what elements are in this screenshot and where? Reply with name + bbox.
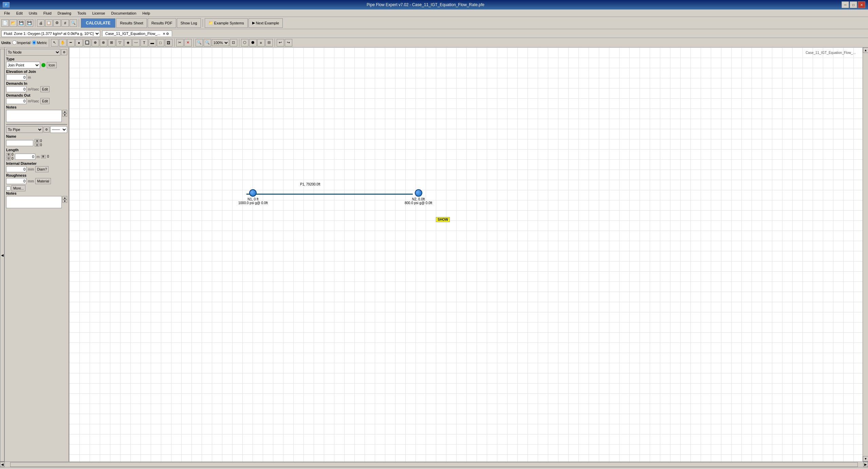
h-scroll-left[interactable]: ◀ bbox=[0, 462, 5, 467]
minimize-button[interactable]: ─ bbox=[842, 1, 849, 8]
new-button[interactable]: 📄 bbox=[1, 19, 9, 27]
collapse-panel-button[interactable]: ◀ bbox=[0, 49, 4, 462]
menu-units[interactable]: Units bbox=[26, 11, 40, 16]
menu-fluid[interactable]: Fluid bbox=[41, 11, 54, 16]
open-button[interactable]: 📂 bbox=[10, 19, 17, 27]
node-tool[interactable]: ● bbox=[75, 39, 83, 46]
menu-tools[interactable]: Tools bbox=[75, 11, 89, 16]
menu-help[interactable]: Help bbox=[140, 11, 153, 16]
menu-documentation[interactable]: Documentation bbox=[109, 11, 139, 16]
save-as-button[interactable]: 💾 bbox=[26, 19, 33, 27]
redo-btn[interactable]: ↪ bbox=[285, 39, 292, 46]
delete-tool[interactable]: ✕ bbox=[184, 39, 192, 46]
notes2-textarea[interactable] bbox=[6, 196, 62, 208]
image-tool[interactable]: 🖼 bbox=[165, 39, 172, 46]
roughness-input[interactable] bbox=[6, 178, 26, 184]
diam-button[interactable]: Diam? bbox=[35, 166, 49, 172]
notes2-scroll-up[interactable]: ▲ bbox=[62, 196, 67, 199]
save-button[interactable]: 💾 bbox=[18, 19, 25, 27]
type-select[interactable]: Join Point bbox=[6, 62, 40, 69]
to-node-select[interactable]: To Node bbox=[6, 49, 60, 56]
titlebar-controls[interactable]: ─ □ ✕ bbox=[842, 1, 865, 8]
example-systems-button[interactable]: 📁 Example Systems bbox=[205, 18, 248, 28]
pipe-tool[interactable]: ━ bbox=[67, 39, 75, 46]
more-checkbox[interactable] bbox=[6, 186, 11, 191]
to-node-config-btn[interactable]: ⚙ bbox=[61, 49, 67, 55]
demands-in-input[interactable] bbox=[6, 86, 26, 92]
length-spin3[interactable]: ⊠ bbox=[41, 155, 46, 158]
distribute-btn[interactable]: ⊟ bbox=[265, 39, 273, 46]
settings-tab-icon[interactable]: ⚙ bbox=[166, 32, 169, 36]
pan-tool[interactable]: ✋ bbox=[59, 39, 67, 46]
file-tab[interactable]: Case_11_IGT_Equation_Flow_... ✕ ⚙ bbox=[102, 31, 172, 36]
name-spin2[interactable]: ⊟ bbox=[35, 143, 39, 146]
h-scroll-track[interactable] bbox=[10, 462, 858, 467]
to-pipe-select[interactable]: To Pipe bbox=[6, 126, 43, 133]
scroll-down-btn[interactable]: ▼ bbox=[863, 456, 868, 462]
valve-tool[interactable]: ⊗ bbox=[100, 39, 107, 46]
pressure-tool[interactable]: ▽ bbox=[116, 39, 124, 46]
imperial-radio[interactable] bbox=[12, 40, 17, 45]
material-button[interactable]: Material bbox=[35, 178, 51, 184]
elevation-input[interactable] bbox=[6, 74, 26, 80]
h-scroll-right[interactable]: ▶ bbox=[863, 462, 868, 467]
scroll-up-btn[interactable]: ▲ bbox=[863, 47, 868, 53]
pipe-p1[interactable] bbox=[246, 194, 413, 195]
name-spin1[interactable]: ⊞ bbox=[35, 139, 39, 142]
node-n2[interactable]: N2, 0.0ft 800.0 psi g@ 0.0ft bbox=[405, 189, 432, 205]
print-button[interactable]: 🖨 bbox=[37, 19, 44, 27]
results-pdf-button[interactable]: Results PDF bbox=[148, 18, 176, 28]
line-tool[interactable]: ▬ bbox=[149, 39, 156, 46]
length-spin2[interactable]: ⊟ bbox=[6, 157, 11, 160]
select-tool[interactable]: ↖ bbox=[51, 39, 58, 46]
settings-button[interactable]: ⚙ bbox=[53, 19, 61, 27]
to-pipe-config-btn[interactable]: ⚙ bbox=[43, 126, 50, 133]
close-tab-icon[interactable]: ✕ bbox=[163, 32, 165, 36]
menu-edit[interactable]: Edit bbox=[14, 11, 25, 16]
box-tool[interactable]: □ bbox=[157, 39, 164, 46]
tank-tool[interactable]: 🔲 bbox=[84, 39, 91, 46]
text-tool[interactable]: T bbox=[141, 39, 148, 46]
notes2-scroll-down[interactable]: ▼ bbox=[62, 199, 67, 203]
close-button[interactable]: ✕ bbox=[858, 1, 865, 8]
demands-out-edit-btn[interactable]: Edit bbox=[40, 98, 50, 104]
fluid-select[interactable]: Fluid: Zone 1: Oxygen [1.377 kg/m³ at 0.… bbox=[1, 30, 100, 37]
cut-tool[interactable]: ✂ bbox=[176, 39, 184, 46]
next-example-button[interactable]: ▶ Next Example bbox=[248, 18, 283, 28]
zoom-select[interactable]: 100% 75% 50% 150% bbox=[212, 39, 229, 46]
show-badge[interactable]: SHOW bbox=[436, 217, 450, 222]
demands-out-input[interactable] bbox=[6, 98, 26, 104]
heat-tool[interactable]: 〰 bbox=[132, 39, 140, 46]
canvas-area[interactable]: Case_11_IGT_Equation_Flow_... P1, 79200.… bbox=[69, 47, 863, 462]
metric-radio[interactable] bbox=[32, 40, 36, 45]
fit-btn[interactable]: ⊡ bbox=[230, 39, 237, 46]
vertical-scrollbar[interactable]: ▲ ▼ bbox=[863, 47, 868, 462]
scroll-track[interactable] bbox=[863, 53, 868, 456]
zoom-in-btn[interactable]: 🔍 bbox=[196, 39, 203, 46]
zoom-out-btn[interactable]: 🔍 bbox=[204, 39, 211, 46]
length-spin1[interactable]: ⊞ bbox=[6, 153, 11, 156]
maximize-button[interactable]: □ bbox=[850, 1, 857, 8]
notes1-scroll-down[interactable]: ▼ bbox=[62, 113, 67, 117]
node-n1-circle[interactable] bbox=[249, 189, 257, 197]
name-input[interactable] bbox=[6, 140, 33, 146]
notes1-textarea[interactable] bbox=[6, 110, 62, 122]
group-btn[interactable]: ⬡ bbox=[241, 39, 248, 46]
menu-drawing[interactable]: Drawing bbox=[55, 11, 74, 16]
metric-radio-label[interactable]: Metric bbox=[32, 40, 47, 45]
ungroup-btn[interactable]: ⬢ bbox=[249, 39, 257, 46]
demand-tool[interactable]: ◈ bbox=[124, 39, 132, 46]
horizontal-scrollbar[interactable]: ◀ ▶ bbox=[0, 462, 868, 467]
pump-tool[interactable]: ⊕ bbox=[92, 39, 99, 46]
calculate-button[interactable]: CALCULATE bbox=[81, 18, 115, 28]
demands-in-edit-btn[interactable]: Edit bbox=[40, 86, 50, 92]
menu-license[interactable]: License bbox=[90, 11, 108, 16]
pipe-style-select[interactable]: ─── bbox=[50, 126, 67, 133]
undo-btn[interactable]: ↩ bbox=[277, 39, 284, 46]
notes1-scroll-up[interactable]: ▲ bbox=[62, 110, 67, 113]
length-input[interactable] bbox=[15, 154, 35, 160]
internal-diameter-input[interactable] bbox=[6, 166, 26, 172]
print2-button[interactable]: 📋 bbox=[45, 19, 53, 27]
imperial-radio-label[interactable]: Imperial bbox=[12, 40, 31, 45]
show-log-button[interactable]: Show Log bbox=[177, 18, 201, 28]
